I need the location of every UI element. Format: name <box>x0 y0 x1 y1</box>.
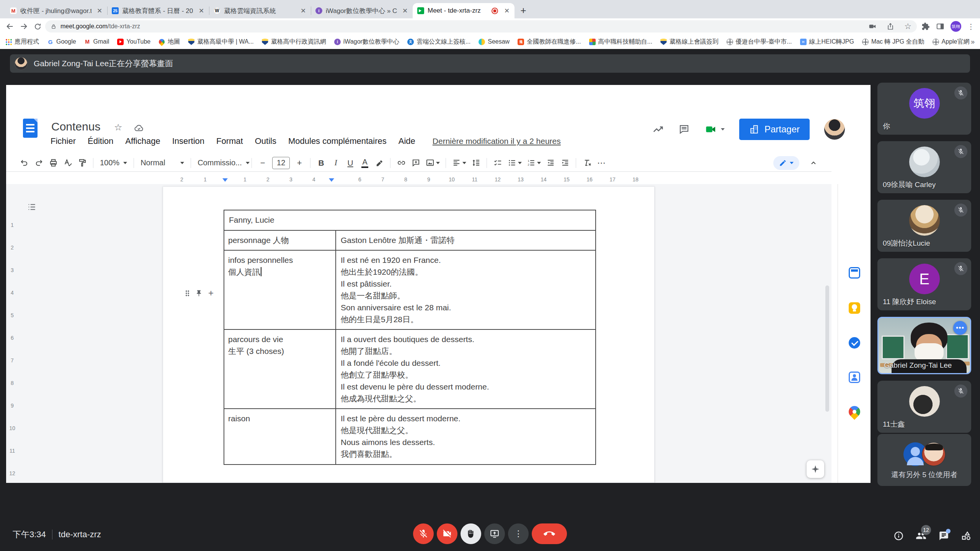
participants-button[interactable]: 12 <box>916 530 926 541</box>
drag-handle-icon[interactable] <box>185 290 189 297</box>
bookmark-item[interactable]: i iWagor數位教學中心 <box>334 38 399 46</box>
paragraph-style-select[interactable]: Normal <box>137 158 187 167</box>
comments-icon[interactable] <box>678 124 690 135</box>
calendar-icon[interactable] <box>849 267 860 279</box>
chrome-menu-icon[interactable]: ⋮ <box>967 22 975 31</box>
table-cell[interactable]: parcours de vie生平 (3 choses) <box>224 330 336 408</box>
bookmark-item[interactable]: YouTube <box>117 38 150 45</box>
bookmark-item[interactable]: H 線上HEIC轉JPG <box>800 38 854 46</box>
bookmark-star-icon[interactable]: ☆ <box>904 22 911 31</box>
participant-tile[interactable]: 09謝怡汝Lucie <box>877 200 971 252</box>
horizontal-ruler[interactable]: 2 1 12346789101112131415161718 <box>6 175 831 184</box>
bookmark-item[interactable]: 高中職科技輔助自... <box>589 38 652 46</box>
bookmarks-overflow-chevron[interactable]: » <box>971 38 975 46</box>
table-cell[interactable]: Gaston Lenôtre 加斯通・雷諾特 <box>336 231 595 250</box>
indent-marker[interactable] <box>329 178 334 182</box>
meeting-details-button[interactable] <box>893 530 904 541</box>
close-icon[interactable]: ✕ <box>400 6 410 15</box>
italic-icon[interactable]: I <box>328 156 343 170</box>
overflow-participants-tile[interactable]: 還有另外 5 位使用者 <box>877 434 971 486</box>
close-icon[interactable]: ✕ <box>502 6 511 15</box>
tab-iwagor[interactable]: i iWagor數位教學中心 » Categor ✕ <box>311 3 413 18</box>
table-cell[interactable]: Fanny, Lucie <box>224 210 595 230</box>
bookmark-item[interactable]: 優遊台中學-臺中市... <box>727 38 792 46</box>
bookmark-item[interactable]: Mac 轉 JPG 全自動 <box>862 38 924 46</box>
tab-gmail[interactable]: M 收件匣 - jhuling@wagor.tc.edu. ✕ <box>5 3 107 18</box>
decrease-font-icon[interactable]: − <box>255 156 270 170</box>
add-comment-icon[interactable] <box>408 156 423 170</box>
decrease-indent-icon[interactable] <box>543 156 558 170</box>
text-color-icon[interactable]: A <box>358 156 372 170</box>
close-icon[interactable]: ✕ <box>299 6 308 15</box>
raise-hand-button[interactable] <box>461 523 481 544</box>
bookmark-item[interactable]: G Google <box>47 38 76 45</box>
checklist-icon[interactable] <box>490 156 505 170</box>
table-cell[interactable]: Il a ouvert des boutiques de desserts.他開… <box>336 330 595 408</box>
redo-icon[interactable] <box>31 156 46 170</box>
toolbar-more-icon[interactable]: ⋯ <box>594 156 609 170</box>
table-cell[interactable]: Il est né en 1920 en France.他出生於1920的法國。… <box>336 251 595 329</box>
menu-format[interactable]: Format <box>216 136 243 146</box>
tile-more-options-icon[interactable]: ••• <box>953 321 967 335</box>
bookmark-item[interactable]: 應用程式 <box>5 38 39 46</box>
document-outline-icon[interactable] <box>27 202 37 212</box>
activity-trend-icon[interactable] <box>652 124 664 135</box>
close-icon[interactable]: ✕ <box>95 6 104 15</box>
tab-wagor-cloud[interactable]: W 葳格雲端資訊系統 ✕ <box>209 3 311 18</box>
menu-edition[interactable]: Édition <box>88 136 113 146</box>
bold-icon[interactable]: B <box>314 156 328 170</box>
join-meet-button[interactable] <box>704 124 725 135</box>
browser-profile-avatar[interactable]: 筑翎 <box>951 21 961 32</box>
zoom-select[interactable]: 100% <box>97 158 130 167</box>
menu-fichier[interactable]: Fichier <box>51 136 76 146</box>
more-options-button[interactable]: ⋮ <box>508 523 529 544</box>
tab-calendar[interactable]: 25 葳格教育體系 - 日曆 - 2022年5 ✕ <box>107 3 209 18</box>
left-margin-marker[interactable] <box>222 178 228 182</box>
docs-logo-icon[interactable] <box>23 119 38 138</box>
underline-icon[interactable]: U <box>343 156 358 170</box>
chat-button[interactable] <box>938 530 949 541</box>
highlight-icon[interactable] <box>372 156 387 170</box>
insert-link-icon[interactable] <box>394 156 408 170</box>
numbered-list-icon[interactable]: 12 <box>524 156 543 170</box>
tab-meet-active[interactable]: Meet - tde-xrta-zrz ✕ <box>413 3 514 18</box>
bookmark-item[interactable]: Apple School Man... <box>977 38 980 45</box>
menu-modules[interactable]: Modules complémentaires <box>288 136 387 146</box>
bookmark-item[interactable]: 文 雲端公文線上簽核... <box>407 38 470 46</box>
participant-tile[interactable]: E 11 陳欣妤 Eloise <box>877 258 971 310</box>
participant-tile-you[interactable]: 筑翎 你 <box>877 83 971 135</box>
document-page[interactable]: Fanny, Lucie personnage 人物 Gaston Lenôtr… <box>163 186 655 483</box>
contacts-icon[interactable] <box>849 372 860 383</box>
editing-mode-button[interactable] <box>773 156 799 170</box>
print-icon[interactable] <box>46 156 60 170</box>
collapse-toolbar-icon[interactable] <box>806 156 821 170</box>
participant-tile[interactable]: 09徐晨喻 Carley <box>877 141 971 193</box>
side-panel-icon[interactable] <box>936 22 944 31</box>
document-title[interactable]: Contenus <box>51 120 100 133</box>
bookmark-item[interactable]: 地圖 <box>158 38 180 46</box>
extensions-icon[interactable] <box>921 22 930 31</box>
paint-format-icon[interactable] <box>75 156 90 170</box>
mic-toggle-button[interactable] <box>413 523 434 544</box>
table-cell[interactable]: infos personnelles 個人資訊 <box>224 251 336 329</box>
increase-font-icon[interactable]: + <box>292 156 307 170</box>
bookmark-item[interactable]: Apple官網 <box>933 38 970 46</box>
bulleted-list-icon[interactable] <box>505 156 524 170</box>
reload-button[interactable] <box>31 20 44 33</box>
bookmark-item[interactable]: Seesaw <box>479 38 510 45</box>
activities-button[interactable] <box>961 530 972 541</box>
participant-tile[interactable]: 11士鑫 <box>877 381 971 433</box>
bookmark-item[interactable]: 進 全國教師在職進修... <box>518 38 581 46</box>
share-icon[interactable] <box>887 23 894 30</box>
keep-icon[interactable] <box>849 302 860 314</box>
bookmark-item[interactable]: 葳格高中行政資訊網 <box>262 38 326 46</box>
maps-icon[interactable] <box>846 404 862 420</box>
font-size-input[interactable]: 12 <box>272 157 290 169</box>
font-select[interactable]: Commissio... <box>194 158 248 167</box>
table-cell[interactable]: raison <box>224 409 336 464</box>
table-cell[interactable]: personnage 人物 <box>224 231 336 250</box>
tasks-icon[interactable] <box>849 337 860 349</box>
last-modified-link[interactable]: Dernière modification il y a 2 heures <box>433 137 561 146</box>
camera-toggle-button[interactable] <box>437 523 457 544</box>
close-icon[interactable]: ✕ <box>197 6 206 15</box>
